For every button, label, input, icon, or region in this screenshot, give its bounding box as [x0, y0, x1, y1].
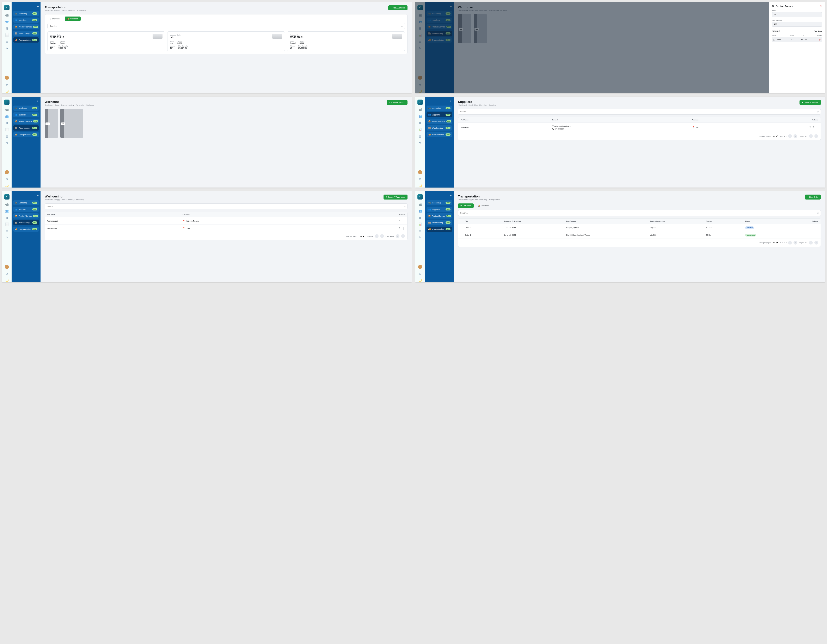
rail-icon[interactable]: ⇆: [5, 46, 9, 50]
prev-page-button[interactable]: ‹: [794, 134, 797, 138]
select-all-checkbox[interactable]: [460, 220, 461, 222]
rail-icon[interactable]: 📹: [5, 13, 9, 17]
create-supplier-button[interactable]: Create A Supplier: [799, 100, 821, 105]
sidebar-item-transportation[interactable]: 🚚TransportationNew: [426, 132, 452, 137]
collapse-icon[interactable]: ⇤: [37, 5, 39, 8]
collapse-icon[interactable]: ⇤: [37, 194, 39, 197]
sidebar-item-transportation[interactable]: 🚚TransportationNew: [426, 227, 452, 232]
sidebar-item-transportation[interactable]: 🚚TransportationNew: [13, 37, 39, 42]
capacity-field[interactable]: [772, 22, 822, 26]
pagination: Row per page : 10 1 - 2 of 2 ‹ ‹ Page 1 …: [45, 232, 407, 240]
new-order-button[interactable]: New Order: [805, 194, 821, 199]
logo: [4, 5, 9, 10]
next-page-button[interactable]: ›: [401, 234, 405, 238]
vehicle-card[interactable]: Vehicule Code36542 520 31 ModelTruck 1We…: [287, 31, 405, 51]
prev-page-button[interactable]: ‹: [380, 234, 384, 238]
rows-per-page-select[interactable]: 10: [359, 235, 365, 237]
sidebar-item-warehousing[interactable]: 🏬WarehousingNew: [13, 220, 39, 225]
next-page-button[interactable]: ›: [815, 134, 818, 138]
rail-icon[interactable]: 👥: [5, 20, 9, 23]
sidebar-item-suppliers[interactable]: 👥SuppliersNew: [13, 112, 39, 117]
prev-page-button[interactable]: ‹: [375, 234, 379, 238]
deliveries-icon: ⇄: [50, 18, 51, 20]
sidebar-item-product[interactable]: 📦Product/ServiceNew: [13, 213, 39, 219]
section-card[interactable]: A1: [45, 109, 58, 138]
edit-icon[interactable]: ✎: [399, 227, 400, 230]
vehicle-card[interactable]: Vehicule Codeede ModeltestWeight5,050 Vo…: [167, 31, 285, 51]
sidebar-item-suppliers[interactable]: 👥SuppliersNew: [13, 17, 39, 23]
rail-icon[interactable]: ▤: [5, 40, 9, 44]
more-icon[interactable]: ⋮: [403, 219, 405, 222]
list-icon[interactable]: ≡: [813, 126, 814, 129]
edit-icon[interactable]: ✎: [810, 126, 811, 129]
sidebar-item-monitoring[interactable]: 📹MonitoringNew: [426, 200, 452, 205]
delete-icon[interactable]: 🗑: [819, 5, 822, 8]
search-input[interactable]: [47, 23, 405, 29]
sidebar-item-product[interactable]: 📦Product/ServiceNew: [13, 24, 39, 30]
breadcrumb: Dashboard•Supply Chain & Inventory•Warho…: [45, 199, 85, 201]
add-items-button[interactable]: Add Items: [813, 30, 822, 32]
sidebar-item-monitoring[interactable]: 📹MonitoringNew: [13, 200, 39, 205]
sidebar-item-suppliers[interactable]: 👥SuppliersNew: [426, 112, 452, 117]
collapse-icon[interactable]: ⇤: [450, 100, 452, 103]
sidebar-item-product[interactable]: 📦Product/ServiceNew: [426, 213, 452, 219]
sidebar-item-product[interactable]: 📦Product/ServiceNew: [426, 119, 452, 124]
edit-icon[interactable]: ✎: [399, 219, 400, 222]
next-page-button[interactable]: ›: [815, 241, 818, 244]
sidebar-item-warehousing[interactable]: 🏬WarehousingNew: [426, 125, 452, 131]
globe-icon[interactable]: ⊕: [5, 82, 9, 86]
sidebar-item-warehousing[interactable]: 🏬WarehousingNew: [13, 31, 39, 36]
more-icon[interactable]: ⋮: [403, 227, 405, 230]
breadcrumb: Dashboard•Supply Chain & Inventory•Trans…: [45, 9, 87, 11]
more-icon[interactable]: ⋮: [816, 233, 818, 236]
truck-icon: 🚚: [67, 18, 69, 20]
users-icon: 👥: [15, 19, 17, 21]
search-input[interactable]: [458, 210, 821, 216]
close-icon[interactable]: ✕: [772, 5, 774, 8]
sidebar-item-suppliers[interactable]: 👥SuppliersNew: [13, 207, 39, 212]
rail-icon[interactable]: 📊: [5, 33, 9, 37]
section-card[interactable]: A3: [60, 109, 83, 138]
prev-page-button[interactable]: ‹: [788, 134, 792, 138]
sidebar-item-transportation[interactable]: 🚚TransportationNew: [13, 132, 39, 137]
search-input[interactable]: [458, 109, 821, 115]
next-page-button[interactable]: ›: [809, 134, 813, 138]
collapse-icon[interactable]: ⇤: [37, 100, 39, 103]
row-checkbox[interactable]: [460, 234, 461, 236]
sidebar-item-monitoring[interactable]: 📹MonitoringNew: [13, 11, 39, 16]
name-field[interactable]: [772, 12, 822, 17]
table-row: Warehouse 1 📍 Hadjout, Tipaza ✎⋮: [45, 217, 407, 224]
add-vehicle-button[interactable]: Add A Vehicule: [388, 5, 407, 10]
row-checkbox[interactable]: [460, 226, 461, 229]
prev-page-button[interactable]: ‹: [788, 241, 792, 244]
rows-per-page-select[interactable]: 10: [772, 242, 779, 244]
modal-overlay[interactable]: ✕ Section Preview 🗑 Name Max Capacity It…: [415, 2, 825, 93]
collapse-icon[interactable]: ⇤: [450, 194, 452, 197]
sidebar-item-warehousing[interactable]: 🏬WarehousingNew: [426, 220, 452, 225]
search-input[interactable]: [45, 204, 407, 209]
avatar[interactable]: [5, 76, 9, 80]
tab-deliveries[interactable]: ⇄Deliveries: [47, 17, 63, 21]
sidebar-item-suppliers[interactable]: 👥SuppliersNew: [426, 207, 452, 212]
more-icon[interactable]: ⋮: [816, 226, 818, 229]
name-label: Name: [772, 10, 822, 12]
moon-icon[interactable]: 🌙: [5, 89, 9, 93]
tab-vehicules[interactable]: 🚚Vehicules: [475, 204, 492, 208]
create-warehouse-button[interactable]: Create A Warehouse: [384, 194, 407, 199]
prev-page-button[interactable]: ‹: [794, 241, 797, 244]
next-page-button[interactable]: ›: [396, 234, 399, 238]
more-icon[interactable]: ⋮: [816, 126, 818, 129]
sidebar-item-warehousing[interactable]: 🏬WarehousingNew: [13, 125, 39, 131]
sidebar-item-monitoring[interactable]: 📹MonitoringNew: [426, 106, 452, 111]
tab-vehicules[interactable]: 🚚Vehicules: [65, 17, 81, 21]
sidebar-item-transportation[interactable]: 🚚TransportationNew: [13, 227, 39, 232]
sidebar-item-monitoring[interactable]: 📹MonitoringNew: [13, 106, 39, 111]
create-section-button[interactable]: Create A Section: [387, 100, 407, 105]
tab-deliveries[interactable]: ⇄Deliveries: [458, 204, 474, 208]
delete-item-icon[interactable]: 🗑: [811, 39, 821, 41]
vehicle-card[interactable]: Vehicule Code32545 016 16 ModelPartnerWe…: [47, 31, 165, 51]
rail-icon[interactable]: ▦: [5, 26, 9, 30]
next-page-button[interactable]: ›: [809, 241, 813, 244]
rows-per-page-select[interactable]: 10: [772, 135, 779, 137]
sidebar-item-product[interactable]: 📦Product/ServiceNew: [13, 119, 39, 124]
